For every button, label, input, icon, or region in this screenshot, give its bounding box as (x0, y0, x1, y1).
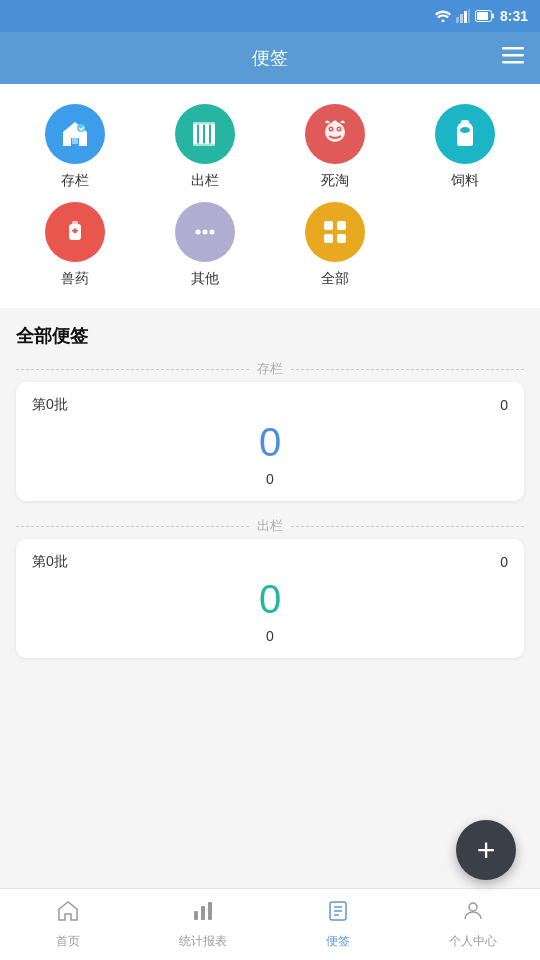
svg-rect-7 (492, 14, 494, 19)
content-area: 存栏 出栏 (0, 84, 540, 888)
svg-rect-37 (208, 902, 212, 920)
card-count-2: 0 (500, 554, 508, 570)
cunlan-label: 存栏 (61, 172, 89, 190)
icon-row-2: 兽药 其他 (10, 202, 530, 288)
icon-item-sitao[interactable]: 死淘 (270, 104, 400, 190)
svg-rect-14 (205, 124, 209, 144)
nav-item-home[interactable]: 首页 (0, 889, 135, 960)
signal-icon (456, 9, 470, 23)
svg-rect-15 (211, 124, 215, 144)
icon-row-1: 存栏 出栏 (10, 104, 530, 190)
svg-rect-1 (456, 17, 459, 23)
section-chulian: 出栏 第0批 0 0 0 (0, 513, 540, 658)
quanbu-icon-circle (305, 202, 365, 262)
chulian-divider: 出栏 (0, 513, 540, 539)
add-fab-button[interactable]: + (456, 820, 516, 880)
section-title: 全部便签 (0, 308, 540, 356)
profile-nav-label: 个人中心 (449, 933, 497, 950)
card-footer-count-2: 0 (32, 628, 508, 644)
card-footer-count: 0 (32, 471, 508, 487)
icon-item-qita[interactable]: 其他 (140, 202, 270, 288)
icon-item-shouyao[interactable]: 兽药 (10, 202, 140, 288)
header-title: 便签 (252, 46, 288, 70)
status-icons: 8:31 (435, 8, 528, 24)
svg-rect-4 (468, 9, 470, 23)
svg-rect-25 (72, 221, 78, 226)
card-count: 0 (500, 397, 508, 413)
cunlan-divider: 存栏 (0, 356, 540, 382)
svg-rect-10 (502, 61, 524, 64)
icon-item-chulian[interactable]: 出栏 (140, 104, 270, 190)
bottom-navigation: 首页 统计报表 便签 个人中心 (0, 888, 540, 960)
profile-nav-icon (461, 899, 485, 929)
card-main-number-2: 0 (32, 577, 508, 622)
nav-item-stats[interactable]: 统计报表 (135, 889, 270, 960)
stats-nav-label: 统计报表 (179, 933, 227, 950)
chulian-label: 出栏 (191, 172, 219, 190)
icon-item-siliao[interactable]: 饲料 (400, 104, 530, 190)
svg-point-22 (338, 128, 340, 130)
svg-point-0 (441, 20, 444, 23)
svg-rect-34 (337, 234, 346, 243)
svg-rect-16 (193, 122, 215, 125)
cunlan-card[interactable]: 第0批 0 0 0 (16, 382, 524, 501)
svg-point-42 (469, 903, 477, 911)
notes-nav-icon (326, 899, 350, 929)
svg-rect-35 (194, 911, 198, 920)
batch-label: 第0批 (32, 396, 68, 414)
svg-rect-6 (477, 12, 488, 20)
menu-button[interactable] (502, 47, 524, 70)
sitao-label: 死淘 (321, 172, 349, 190)
qita-label: 其他 (191, 270, 219, 288)
nav-item-profile[interactable]: 个人中心 (405, 889, 540, 960)
svg-point-28 (196, 230, 201, 235)
svg-rect-36 (201, 906, 205, 920)
svg-rect-2 (460, 14, 463, 23)
shouyao-icon-circle (45, 202, 105, 262)
svg-rect-27 (74, 229, 77, 234)
chulian-icon-circle (175, 104, 235, 164)
svg-point-30 (210, 230, 215, 235)
home-nav-label: 首页 (56, 933, 80, 950)
shouyao-label: 兽药 (61, 270, 89, 288)
svg-rect-8 (502, 47, 524, 50)
stats-nav-icon (191, 899, 215, 929)
sitao-icon-circle (305, 104, 365, 164)
svg-rect-33 (324, 234, 333, 243)
chulian-card[interactable]: 第0批 0 0 0 (16, 539, 524, 658)
icon-item-cunlan[interactable]: 存栏 (10, 104, 140, 190)
siliao-label: 饲料 (451, 172, 479, 190)
wifi-icon (435, 10, 451, 22)
quick-access-grid: 存栏 出栏 (0, 84, 540, 308)
svg-rect-12 (193, 124, 197, 144)
battery-icon (475, 10, 495, 22)
siliao-icon-circle (435, 104, 495, 164)
svg-rect-31 (324, 221, 333, 230)
nav-item-notes[interactable]: 便签 (270, 889, 405, 960)
svg-rect-3 (464, 11, 467, 23)
app-header: 便签 (0, 32, 540, 84)
home-nav-icon (56, 899, 80, 929)
svg-point-29 (203, 230, 208, 235)
card-header: 第0批 0 (32, 396, 508, 414)
svg-point-23 (460, 127, 470, 133)
quanbu-label: 全部 (321, 270, 349, 288)
status-bar: 8:31 (0, 0, 540, 32)
icon-item-quanbu[interactable]: 全部 (270, 202, 400, 288)
svg-rect-17 (193, 143, 215, 146)
qita-icon-circle (175, 202, 235, 262)
cunlan-icon-circle (45, 104, 105, 164)
svg-rect-13 (199, 124, 203, 144)
notes-nav-label: 便签 (326, 933, 350, 950)
svg-rect-32 (337, 221, 346, 230)
batch-label-2: 第0批 (32, 553, 68, 571)
svg-point-21 (330, 128, 332, 130)
svg-rect-9 (502, 54, 524, 57)
card-main-number: 0 (32, 420, 508, 465)
card-header-2: 第0批 0 (32, 553, 508, 571)
section-cunlan: 存栏 第0批 0 0 0 (0, 356, 540, 501)
status-time: 8:31 (500, 8, 528, 24)
